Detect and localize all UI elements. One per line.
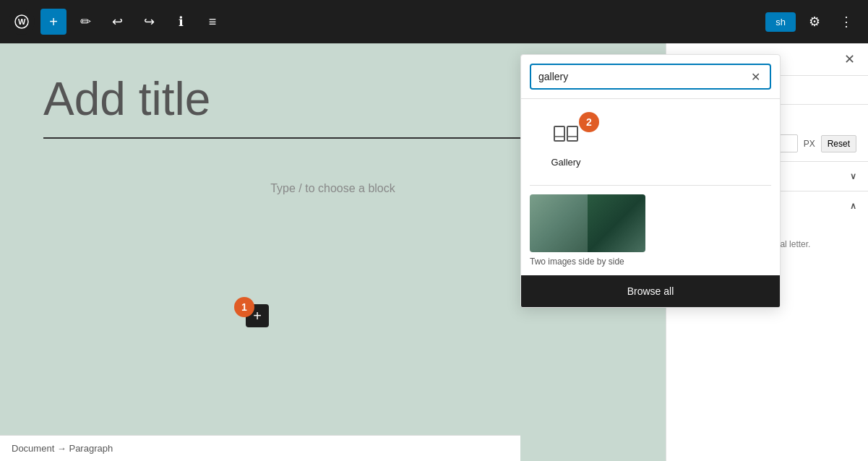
- close-icon: ✕: [844, 51, 855, 67]
- toolbar-right: sh ⚙ ⋮: [765, 9, 859, 35]
- clear-icon: ✕: [751, 70, 760, 84]
- gallery-block-item[interactable]: 2 Gallery: [530, 108, 602, 176]
- plus-icon: +: [49, 14, 58, 30]
- plus-icon: +: [253, 308, 262, 324]
- chevron-down-icon: ∨: [850, 171, 856, 181]
- edit-mode-button[interactable]: ✏: [72, 9, 98, 35]
- reset-button[interactable]: Reset: [821, 135, 856, 152]
- redo-icon: ↪: [144, 14, 155, 30]
- more-options-button[interactable]: ⋮: [833, 9, 859, 35]
- sidebar-close-button[interactable]: ✕: [839, 49, 859, 69]
- gear-icon: ⚙: [809, 14, 820, 30]
- add-block-button[interactable]: +: [40, 9, 66, 35]
- toolbar: W + ✏ ↩ ↪ ℹ ≡ sh ⚙ ⋮: [0, 0, 868, 43]
- redo-button[interactable]: ↪: [136, 9, 162, 35]
- pattern-section: Two images side by side: [521, 186, 780, 275]
- info-icon: ℹ: [179, 14, 184, 30]
- px-label: PX: [804, 139, 815, 149]
- list-view-button[interactable]: ≡: [199, 9, 225, 35]
- badge-2: 2: [579, 112, 599, 132]
- pattern-item[interactable]: Two images side by side: [530, 194, 771, 267]
- status-bar: Document → Paragraph: [0, 435, 520, 461]
- block-inserter-popup: ✕ 2 Gallery: [520, 54, 781, 308]
- browse-all-button[interactable]: Browse all: [521, 275, 780, 307]
- ellipsis-icon: ⋮: [840, 14, 853, 30]
- svg-text:W: W: [18, 17, 26, 26]
- pattern-label: Two images side by side: [530, 257, 771, 267]
- chevron-up-icon: ∧: [850, 201, 856, 211]
- gallery-block-name: Gallery: [551, 157, 580, 168]
- search-row: ✕: [521, 55, 780, 99]
- clear-search-button[interactable]: ✕: [748, 69, 762, 84]
- badge-1: 1: [234, 297, 254, 317]
- block-search-input[interactable]: [538, 71, 742, 82]
- breadcrumb: Document → Paragraph: [12, 443, 113, 454]
- settings-button[interactable]: ⚙: [802, 9, 828, 35]
- wp-logo: W: [9, 9, 35, 35]
- pattern-left-image: [530, 194, 588, 252]
- svg-rect-3: [567, 126, 577, 141]
- svg-rect-2: [554, 126, 564, 141]
- search-input-wrapper: ✕: [530, 64, 771, 90]
- gallery-block-icon: [549, 116, 583, 151]
- undo-icon: ↩: [112, 14, 123, 30]
- publish-button[interactable]: sh: [765, 12, 796, 32]
- pencil-icon: ✏: [80, 14, 91, 30]
- pattern-right-image: [588, 194, 645, 252]
- list-icon: ≡: [209, 14, 217, 30]
- info-button[interactable]: ℹ: [168, 9, 194, 35]
- content-wrapper: Add title Type / to choose a block + 1 D…: [0, 43, 868, 461]
- inserter-results: 2 Gallery: [521, 99, 780, 185]
- pattern-thumbnail: [530, 194, 645, 252]
- undo-button[interactable]: ↩: [104, 9, 130, 35]
